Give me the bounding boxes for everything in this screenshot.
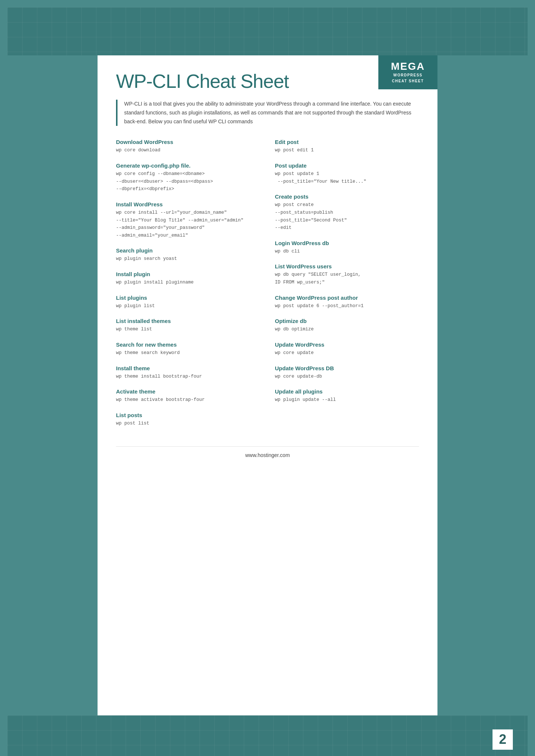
section-code: wp core update-db — [275, 373, 419, 381]
right-section-4: List WordPress userswp db query "SELECT … — [275, 263, 419, 286]
section-title: Edit post — [275, 139, 419, 145]
section-code: wp plugin install pluginname — [116, 279, 260, 286]
left-section-3: Search pluginwp plugin search yoast — [116, 247, 260, 263]
right-section-5: Change WordPress post authorwp post upda… — [275, 295, 419, 310]
section-code: wp db cli — [275, 248, 419, 255]
page-number: 2 — [493, 729, 513, 750]
section-title: Create posts — [275, 193, 419, 200]
page-title: WP-CLI Cheat Sheet — [116, 70, 419, 92]
col-left: Download WordPresswp core downloadGenera… — [116, 139, 260, 435]
section-code: wp plugin list — [116, 302, 260, 310]
section-code: wp core update — [275, 349, 419, 357]
intro-block: WP-CLI is a tool that gives you the abil… — [116, 100, 419, 126]
right-section-7: Update WordPresswp core update — [275, 341, 419, 357]
section-code: wp theme search keyword — [116, 349, 260, 357]
section-title: Search plugin — [116, 247, 260, 254]
section-title: List plugins — [116, 295, 260, 301]
left-section-5: List pluginswp plugin list — [116, 295, 260, 310]
left-section-2: Install WordPresswp core install --url="… — [116, 201, 260, 240]
section-code: wp post update 6 --post_author=1 — [275, 302, 419, 310]
section-title: Install plugin — [116, 271, 260, 277]
section-code: wp post list — [116, 420, 260, 427]
bg-bottom: 2 — [7, 715, 528, 756]
section-title: Login WordPress db — [275, 240, 419, 246]
section-title: Generate wp-config.php file. — [116, 162, 260, 169]
footer: www.hostinger.com — [116, 446, 419, 458]
logo-box: MEGA WORDPRESS CHEAT SHEET — [378, 55, 437, 89]
section-code: wp theme list — [116, 326, 260, 333]
right-section-8: Update WordPress DBwp core update-db — [275, 365, 419, 381]
section-code: wp db optimize — [275, 326, 419, 333]
right-section-2: Create postswp post create --post_status… — [275, 193, 419, 232]
outer-wrapper: MEGA WORDPRESS CHEAT SHEET WP-CLI Cheat … — [7, 7, 528, 756]
section-code: wp core config --dbname=<dbname> --dbuse… — [116, 170, 260, 193]
section-title: Search for new themes — [116, 341, 260, 348]
left-section-1: Generate wp-config.php file.wp core conf… — [116, 162, 260, 193]
section-code: wp theme activate bootstrap-four — [116, 396, 260, 404]
section-code: wp post edit 1 — [275, 147, 419, 154]
section-title: Change WordPress post author — [275, 295, 419, 301]
footer-url: www.hostinger.com — [245, 452, 290, 458]
section-title: Update WordPress — [275, 341, 419, 348]
bg-top — [7, 7, 528, 55]
two-col-layout: Download WordPresswp core downloadGenera… — [116, 139, 419, 435]
right-section-6: Optimize dbwp db optimize — [275, 318, 419, 333]
intro-text: WP-CLI is a tool that gives you the abil… — [124, 100, 419, 126]
left-section-4: Install pluginwp plugin install pluginna… — [116, 271, 260, 286]
section-title: Update WordPress DB — [275, 365, 419, 371]
left-section-9: Activate themewp theme activate bootstra… — [116, 388, 260, 404]
left-section-6: List installed themeswp theme list — [116, 318, 260, 333]
section-title: Post update — [275, 162, 419, 169]
section-title: Update all plugins — [275, 388, 419, 395]
section-title: Activate theme — [116, 388, 260, 395]
right-section-1: Post updatewp post update 1 --post_title… — [275, 162, 419, 185]
left-section-10: List postswp post list — [116, 412, 260, 427]
section-code: wp plugin search yoast — [116, 255, 260, 263]
left-section-8: Install themewp theme install bootstrap-… — [116, 365, 260, 381]
section-title: List posts — [116, 412, 260, 418]
section-code: wp post update 1 --post_title="Your New … — [275, 170, 419, 185]
left-section-0: Download WordPresswp core download — [116, 139, 260, 154]
section-code: wp core download — [116, 147, 260, 154]
section-code: wp theme install bootstrap-four — [116, 373, 260, 381]
right-section-3: Login WordPress dbwp db cli — [275, 240, 419, 255]
right-section-0: Edit postwp post edit 1 — [275, 139, 419, 154]
section-title: List installed themes — [116, 318, 260, 324]
right-section-9: Update all pluginswp plugin update --all — [275, 388, 419, 404]
logo-sub-line2: CHEAT SHEET — [384, 78, 432, 84]
section-code: wp post create --post_status=publish --p… — [275, 201, 419, 232]
section-title: List WordPress users — [275, 263, 419, 269]
section-title: Install theme — [116, 365, 260, 371]
section-title: Download WordPress — [116, 139, 260, 145]
logo-mega: MEGA — [384, 61, 432, 72]
section-title: Optimize db — [275, 318, 419, 324]
left-section-7: Search for new themeswp theme search key… — [116, 341, 260, 357]
section-title: Install WordPress — [116, 201, 260, 207]
section-code: wp plugin update --all — [275, 396, 419, 404]
col-right: Edit postwp post edit 1Post updatewp pos… — [275, 139, 419, 435]
logo-sub-line1: WORDPRESS — [384, 72, 432, 78]
section-code: wp db query "SELECT user_login, ID FROM … — [275, 271, 419, 286]
main-content: MEGA WORDPRESS CHEAT SHEET WP-CLI Cheat … — [98, 55, 437, 715]
section-code: wp core install --url="your_domain_name"… — [116, 209, 260, 240]
